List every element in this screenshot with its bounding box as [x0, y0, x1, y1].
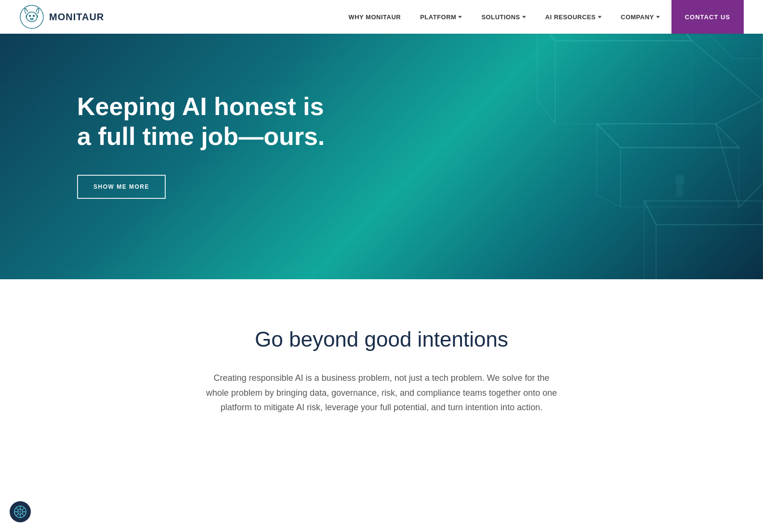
- nav-company[interactable]: COMPANY: [613, 10, 668, 25]
- solutions-dropdown-icon: [522, 16, 526, 18]
- nav-solutions[interactable]: SOLUTIONS: [474, 10, 533, 25]
- logo-icon: [19, 4, 44, 29]
- hero-content: Keeping AI honest is a full time job—our…: [0, 34, 763, 257]
- company-dropdown-icon: [656, 16, 660, 18]
- contact-us-button[interactable]: CONTACT US: [671, 0, 744, 34]
- hero-section: Keeping AI honest is a full time job—our…: [0, 34, 763, 279]
- hero-title: Keeping AI honest is a full time job—our…: [77, 91, 376, 152]
- logo-link[interactable]: MONITAUR: [19, 4, 104, 29]
- svg-point-2: [29, 15, 31, 17]
- svg-point-0: [20, 5, 43, 28]
- beyond-section: Go beyond good intentions Creating respo…: [0, 279, 763, 444]
- ai-resources-dropdown-icon: [598, 16, 602, 18]
- platform-dropdown-icon: [458, 16, 462, 18]
- nav-links: WHY MONITAUR PLATFORM SOLUTIONS AI RESOU…: [341, 0, 744, 34]
- svg-point-4: [30, 18, 31, 19]
- svg-point-5: [32, 18, 33, 19]
- svg-point-3: [33, 15, 35, 17]
- beyond-body: Creating responsible AI is a business pr…: [203, 371, 560, 415]
- nav-why-monitaur[interactable]: WHY MONITAUR: [341, 10, 408, 25]
- nav-ai-resources[interactable]: AI RESOURCES: [538, 10, 609, 25]
- show-me-more-button[interactable]: SHOW ME MORE: [77, 175, 166, 199]
- beyond-heading: Go beyond good intentions: [19, 327, 744, 351]
- main-nav: MONITAUR WHY MONITAUR PLATFORM SOLUTIONS…: [0, 0, 763, 34]
- nav-platform[interactable]: PLATFORM: [412, 10, 470, 25]
- logo-text: MONITAUR: [49, 12, 104, 23]
